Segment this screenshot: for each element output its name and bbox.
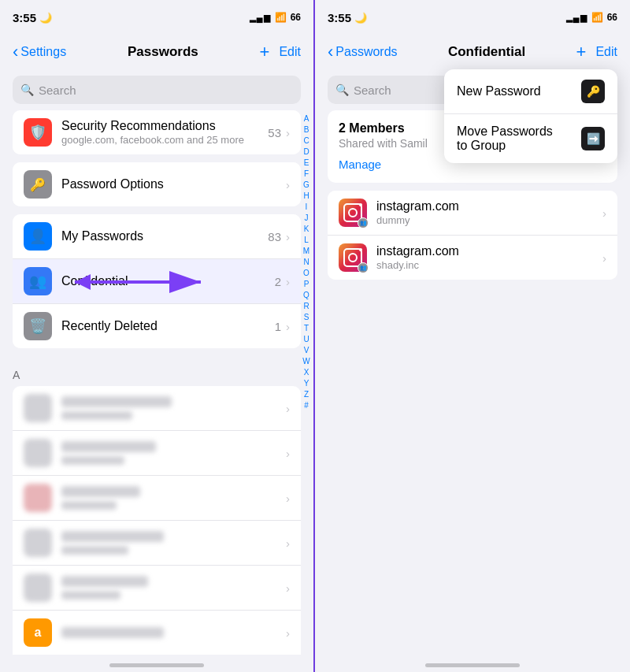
confidential-icon: 👥 (24, 267, 52, 295)
my-passwords-item[interactable]: 👤 My Passwords 83 › (13, 214, 301, 259)
blurred-title-2 (61, 441, 156, 452)
left-plus-button[interactable]: + (260, 42, 270, 62)
blurred-item-3[interactable]: › (13, 476, 301, 521)
alpha-letter-t[interactable]: T (304, 323, 309, 333)
alpha-letter-d[interactable]: D (303, 147, 309, 157)
blurred-content-1 (61, 396, 276, 420)
right-status-icons: ▂▄▆ 📶 66 (566, 12, 617, 23)
confidential-item[interactable]: 👥 Confidential 2 › (13, 259, 301, 304)
right-wifi-icon: 📶 (591, 12, 603, 23)
alpha-letter-q[interactable]: Q (303, 290, 309, 300)
alpha-letter-u[interactable]: U (303, 334, 309, 344)
blurred-chevron-amazon: › (286, 626, 290, 640)
alpha-letter-p[interactable]: P (304, 279, 309, 289)
group-subtitle: Shared with Samil (339, 137, 428, 150)
right-panel: 3:55 🌙 ▂▄▆ 📶 66 Passwords Confidential +… (315, 0, 630, 672)
left-battery-label: 66 (291, 12, 301, 23)
left-edit-button[interactable]: Edit (279, 45, 301, 59)
manage-link[interactable]: Manage (339, 158, 381, 171)
instagram-domain-1: instagram.com (376, 199, 602, 213)
right-nav-bar: Passwords Confidential + Edit (315, 35, 630, 69)
blurred-item-4[interactable]: › (13, 521, 301, 566)
left-back-button[interactable]: Settings (13, 43, 66, 61)
recently-deleted-item[interactable]: 🗑️ Recently Deleted 1 › (13, 304, 301, 348)
my-passwords-right: 83 › (268, 230, 290, 243)
left-nav-bar: Settings Passwords + Edit (0, 35, 313, 69)
blurred-content-4 (61, 531, 276, 555)
alpha-letter-g[interactable]: G (303, 180, 309, 190)
group-title: 2 Members (339, 121, 428, 136)
right-back-label: Passwords (335, 45, 397, 59)
alpha-letter-j[interactable]: J (305, 213, 309, 223)
blurred-title-amazon (61, 627, 164, 638)
new-password-menu-item[interactable]: New Password 🔑 (444, 69, 617, 114)
alpha-letter-o[interactable]: O (303, 268, 309, 278)
alpha-letter-r[interactable]: R (303, 301, 309, 311)
my-passwords-content: My Passwords (61, 229, 268, 243)
blurred-content-3 (61, 486, 276, 510)
instagram-item-2[interactable]: 👥 instagram.com shady.inc › (328, 236, 617, 280)
alpha-letter-z[interactable]: Z (304, 389, 309, 399)
right-plus-button[interactable]: + (576, 42, 587, 62)
password-options-title: Password Options (61, 177, 286, 191)
instagram-item-1[interactable]: 👥 instagram.com dummy › (328, 191, 617, 236)
confidential-title: Confidential (61, 274, 275, 288)
alphabet-index[interactable]: ABCDEFGHIJKLMNOPQRSTUVWXYZ# (299, 110, 313, 672)
left-nav-actions: + Edit (260, 42, 301, 62)
right-signal-icon: ▂▄▆ (566, 13, 587, 23)
right-password-list: 👥 instagram.com dummy › 👥 instagram.com (328, 191, 617, 280)
right-back-button[interactable]: Passwords (328, 43, 398, 61)
right-moon-icon: 🌙 (354, 12, 367, 24)
alpha-letter-l[interactable]: L (304, 235, 309, 245)
security-title: Security Recommendations (61, 119, 268, 133)
blurred-item-2[interactable]: › (13, 431, 301, 476)
left-status-bar: 3:55 🌙 ▂▄▆ 📶 66 (0, 0, 313, 35)
alpha-letter-s[interactable]: S (304, 312, 309, 322)
alpha-letter-#[interactable]: # (304, 400, 309, 410)
insta-dot-2 (359, 248, 362, 251)
left-signal-icon: ▂▄▆ (250, 13, 271, 23)
alpha-letter-w[interactable]: W (302, 356, 309, 366)
alpha-letter-x[interactable]: X (304, 367, 309, 377)
blurred-item-amazon[interactable]: a › (13, 611, 301, 655)
alpha-letter-y[interactable]: Y (304, 378, 309, 388)
instagram-username-1: dummy (376, 214, 602, 226)
blurred-item-1[interactable]: › (13, 386, 301, 431)
group-overlay-icon-2: 👥 (358, 262, 369, 273)
move-passwords-line2: to Group (457, 139, 553, 153)
blurred-icon-2 (24, 439, 52, 467)
my-passwords-icon: 👤 (24, 222, 52, 251)
alpha-letter-h[interactable]: H (303, 191, 309, 201)
password-options-item[interactable]: 🔑 Password Options › (13, 162, 301, 206)
move-passwords-line1: Move Passwords (457, 124, 553, 139)
alpha-letter-i[interactable]: I (306, 202, 308, 212)
alpha-letter-c[interactable]: C (303, 136, 309, 146)
blurred-sub-4 (61, 546, 128, 555)
move-passwords-label-block: Move Passwords to Group (457, 124, 553, 153)
alpha-letter-e[interactable]: E (304, 158, 309, 168)
alpha-letter-m[interactable]: M (303, 246, 309, 256)
left-wifi-icon: 📶 (275, 12, 287, 23)
left-search-container: 🔍 Search (0, 69, 313, 110)
move-passwords-menu-item[interactable]: Move Passwords to Group ➡️ (444, 114, 617, 163)
alpha-letter-n[interactable]: N (303, 257, 309, 267)
instagram-domain-2: instagram.com (376, 244, 602, 258)
security-chevron-icon: › (286, 126, 290, 139)
move-icon: ➡️ (581, 127, 605, 150)
right-edit-button[interactable]: Edit (595, 45, 617, 59)
alpha-letter-k[interactable]: K (304, 224, 309, 234)
confidential-content: Confidential (61, 274, 275, 288)
security-icon: 🛡️ (24, 118, 52, 147)
blurred-title-1 (61, 396, 172, 407)
alpha-letter-a[interactable]: A (304, 113, 309, 124)
blurred-item-5[interactable]: › (13, 566, 301, 611)
alpha-letter-b[interactable]: B (304, 124, 309, 135)
blurred-list: › › › › (13, 386, 301, 655)
security-recommendations-item[interactable]: 🛡️ Security Recommendations google.com, … (13, 110, 301, 154)
alpha-letter-v[interactable]: V (304, 345, 309, 355)
alpha-letter-f[interactable]: F (304, 169, 309, 179)
left-search-bar[interactable]: 🔍 Search (13, 76, 301, 104)
instagram-chevron-2: › (602, 251, 606, 265)
password-options-icon: 🔑 (24, 170, 52, 199)
right-search-icon: 🔍 (335, 84, 349, 96)
